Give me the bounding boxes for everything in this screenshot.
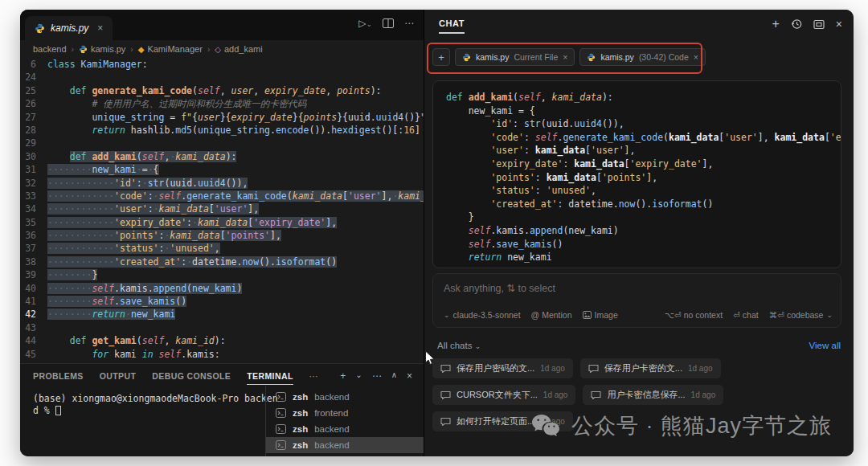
chat-history-chip[interactable]: 保存用户密码的文...1d ago <box>432 358 573 378</box>
code-line: 'expiry_date': kami_data['expiry_date'], <box>446 157 841 171</box>
pill-close-icon[interactable]: × <box>563 52 567 62</box>
code-line: 34············'user':·kami_data['user'], <box>20 202 424 215</box>
code-line: 42········return·new_kami <box>20 308 424 321</box>
code-line: 'created_at': datetime.now().isoformat() <box>446 198 841 211</box>
terminal-icon <box>276 392 286 402</box>
code-line: 29 <box>20 137 424 149</box>
expand-icon[interactable] <box>813 19 825 30</box>
image-button[interactable]: Image <box>583 310 618 320</box>
terminal-icon <box>276 424 286 434</box>
add-context-button[interactable]: + <box>432 48 450 66</box>
chat-input-box[interactable]: Ask anything, ⇅ to select ⌄claude-3.5-so… <box>432 273 841 328</box>
code-line: 30 def add_kami(self,·kami_data): <box>20 150 424 163</box>
line-number: 42 <box>20 308 47 321</box>
run-button[interactable]: ▷⌄ <box>358 18 372 29</box>
watermark: 公众号 · 熊猫Jay字节之旅 <box>424 411 854 440</box>
line-number: 34 <box>20 202 47 215</box>
chat-bubble-icon <box>440 364 451 374</box>
breadcrumb-item-file[interactable]: kamis.py <box>79 44 125 54</box>
code-line: 45 for kami in self.kamis: <box>20 348 424 361</box>
context-pill-code-range[interactable]: kamis.py (30-42) Code × <box>579 48 705 66</box>
chat-code-block: def add_kami(self, kami_data): new_kami … <box>432 80 841 268</box>
tab-close-icon[interactable]: × <box>97 22 103 34</box>
breadcrumb-item-backend[interactable]: backend <box>33 44 67 54</box>
breadcrumb-item-class[interactable]: ◆KamiManager <box>138 44 203 54</box>
codebase-shortcut[interactable]: ⌘⏎ codebase⌄ <box>769 310 833 320</box>
code-line: 25 def generate_kami_code(self, user, ex… <box>20 84 424 97</box>
line-number: 38 <box>20 255 47 268</box>
line-number: 30 <box>20 150 47 163</box>
history-icon[interactable] <box>791 18 802 30</box>
terminal-session-item[interactable]: zshbackend <box>266 389 424 405</box>
run-caret-icon[interactable]: ⌄ <box>366 20 372 28</box>
chat-submit-shortcut[interactable]: ⏎ chat <box>733 310 759 320</box>
no-context-shortcut[interactable]: ⌥⏎ no context <box>665 310 723 320</box>
mention-button[interactable]: @ Mention <box>531 310 572 320</box>
chat-history-chip[interactable]: CURSOR文件夹下...1d ago <box>432 385 575 405</box>
breadcrumb-separator: › <box>207 45 210 54</box>
chat-history-chip[interactable]: 用户卡密信息保存...1d ago <box>583 385 723 405</box>
code-line: 'points': kami_data['points'], <box>446 171 841 185</box>
terminal-caret-icon[interactable]: ⌄ <box>355 370 362 382</box>
line-number: 43 <box>20 321 47 334</box>
terminal-output[interactable]: (base) xiongmao@xiongmaodeMacBook-Pro ba… <box>33 393 284 417</box>
chat-toolbar: ⌄claude-3.5-sonnet @ Mention Image ⌥⏎ no… <box>444 310 833 320</box>
view-all-link[interactable]: View all <box>809 341 841 350</box>
python-icon <box>462 53 471 62</box>
editor-tabbar: kamis.py × ▷⌄ ⋯ <box>20 10 424 40</box>
split-editor-icon[interactable] <box>383 18 394 28</box>
tab-problems[interactable]: PROBLEMS <box>33 371 84 385</box>
terminal-session-list: zshbackendzshfrontendzshbackendzshbacken… <box>265 386 424 456</box>
new-chat-icon[interactable]: + <box>772 17 779 31</box>
chat-history-chip[interactable]: 保存用户卡密的文...1d ago <box>580 358 721 378</box>
line-number: 32 <box>20 177 47 190</box>
python-icon <box>35 23 45 34</box>
terminal-session-item[interactable]: zshfrontend <box>266 405 424 421</box>
close-chat-icon[interactable]: × <box>836 18 842 31</box>
chat-bubble-icon <box>591 390 601 400</box>
new-terminal-icon[interactable]: + <box>340 370 346 382</box>
breadcrumb-item-method[interactable]: ◇add_kami <box>215 44 262 54</box>
code-line: 33············'code':·self.generate_kami… <box>20 190 424 202</box>
code-line: 36············'points':·kami_data['point… <box>20 229 424 242</box>
code-line: 41········self.save_kamis() <box>20 295 424 308</box>
panel-tabs-more-icon[interactable]: ⋯ <box>309 371 318 385</box>
bottom-panel: PROBLEMS OUTPUT DEBUG CONSOLE TERMINAL ⋯… <box>20 363 424 456</box>
line-number: 29 <box>20 137 47 149</box>
chat-panel: CHAT + × + kamis.py Current File × kamis… <box>424 10 854 456</box>
model-selector[interactable]: ⌄claude-3.5-sonnet <box>444 310 521 320</box>
code-line: self.kamis.append(new_kami) <box>446 224 841 238</box>
terminal-session-item[interactable]: zshbackend <box>266 421 424 437</box>
tab-output[interactable]: OUTPUT <box>100 371 137 385</box>
panel-more-icon[interactable]: ⋯ <box>372 370 382 382</box>
terminal-session-item[interactable]: zshbackend <box>266 437 424 453</box>
chat-title[interactable]: CHAT <box>439 18 465 34</box>
code-line: self.save_kamis() <box>446 238 841 251</box>
code-line: 'code': self.generate_kami_code(kami_dat… <box>446 131 841 145</box>
code-line: 43 <box>20 321 424 334</box>
more-actions-icon[interactable]: ⋯ <box>404 18 414 29</box>
panel-close-icon[interactable]: × <box>407 370 412 382</box>
line-number: 26 <box>20 97 47 110</box>
code-line: 38············'created_at':·datetime.now… <box>20 255 424 268</box>
all-chats-dropdown[interactable]: All chats ⌄ <box>437 341 481 350</box>
tab-terminal[interactable]: TERMINAL <box>247 371 293 385</box>
line-number: 6 <box>20 58 47 71</box>
pill-close-icon[interactable]: × <box>694 52 698 62</box>
code-line: new_kami = { <box>446 104 841 118</box>
code-line: 24 <box>20 71 424 84</box>
context-pill-current-file[interactable]: kamis.py Current File × <box>455 48 575 66</box>
code-line: 39········} <box>20 268 424 281</box>
editor-tab-label: kamis.py <box>51 22 88 34</box>
tab-debug-console[interactable]: DEBUG CONSOLE <box>152 371 231 385</box>
terminal-cursor <box>55 406 61 415</box>
code-line: 44 def get_kami(self, kami_id): <box>20 334 424 347</box>
chat-header-icons: + × <box>772 17 842 31</box>
panel-collapse-icon[interactable]: ∧ <box>391 370 397 382</box>
terminal-icon <box>276 408 286 418</box>
code-editor[interactable]: 6class KamiManager:2425 def generate_kam… <box>20 58 424 363</box>
line-number: 35 <box>20 216 47 229</box>
line-number: 27 <box>20 111 47 124</box>
editor-tab-kamis[interactable]: kamis.py × <box>25 16 113 40</box>
panel-window-icons: + ⌄ ⋯ ∧ × <box>340 370 412 382</box>
